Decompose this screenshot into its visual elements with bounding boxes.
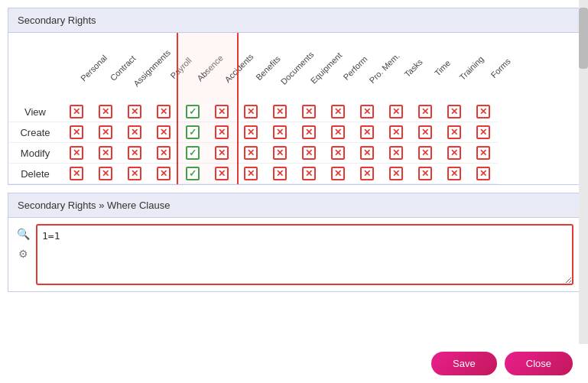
x-icon[interactable]: ✕: [476, 125, 490, 139]
x-icon[interactable]: ✕: [418, 125, 432, 139]
cell-delete-col-11[interactable]: ✕: [382, 164, 411, 184]
cell-view-col-7[interactable]: ✕: [265, 102, 294, 122]
x-icon[interactable]: ✕: [128, 125, 141, 139]
cell-modify-col-9[interactable]: ✕: [323, 143, 352, 164]
x-icon[interactable]: ✕: [418, 105, 432, 118]
gear-icon[interactable]: ⚙: [15, 245, 31, 262]
x-icon[interactable]: ✕: [70, 125, 83, 139]
x-icon[interactable]: ✕: [360, 146, 374, 160]
x-icon[interactable]: ✕: [331, 167, 345, 180]
cell-view-col-5[interactable]: ✕: [207, 102, 236, 122]
x-icon[interactable]: ✕: [331, 125, 345, 139]
cell-view-col-12[interactable]: ✕: [411, 102, 440, 122]
cell-delete-col-14[interactable]: ✕: [469, 164, 498, 184]
x-icon[interactable]: ✕: [476, 167, 490, 180]
where-clause-input[interactable]: [36, 224, 573, 285]
x-icon[interactable]: ✕: [244, 146, 258, 160]
x-icon[interactable]: ✕: [302, 167, 316, 180]
save-button[interactable]: Save: [431, 352, 497, 375]
cell-create-col-12[interactable]: ✕: [411, 122, 440, 143]
cell-modify-col-11[interactable]: ✕: [382, 143, 411, 164]
cell-view-col-4[interactable]: ✓: [178, 102, 207, 122]
cell-view-col-3[interactable]: ✕: [149, 102, 178, 122]
x-icon[interactable]: ✕: [302, 146, 316, 160]
cell-modify-col-4[interactable]: ✓: [178, 143, 207, 164]
cell-delete-col-1[interactable]: ✕: [91, 164, 120, 184]
cell-delete-col-6[interactable]: ✕: [236, 164, 265, 184]
cell-delete-col-13[interactable]: ✕: [440, 164, 469, 184]
x-icon[interactable]: ✕: [215, 125, 229, 139]
cell-create-col-0[interactable]: ✕: [62, 122, 91, 143]
cell-create-col-7[interactable]: ✕: [265, 122, 294, 143]
x-icon[interactable]: ✕: [302, 105, 316, 118]
cell-create-col-6[interactable]: ✕: [236, 122, 265, 143]
cell-delete-col-7[interactable]: ✕: [265, 164, 294, 184]
x-icon[interactable]: ✕: [215, 105, 229, 118]
cell-delete-col-0[interactable]: ✕: [62, 164, 91, 184]
cell-modify-col-8[interactable]: ✕: [294, 143, 323, 164]
x-icon[interactable]: ✕: [128, 105, 141, 118]
cell-view-col-2[interactable]: ✕: [120, 102, 149, 122]
x-icon[interactable]: ✕: [389, 105, 403, 118]
cell-delete-col-3[interactable]: ✕: [149, 164, 178, 184]
cell-modify-col-2[interactable]: ✕: [120, 143, 149, 164]
cell-create-col-4[interactable]: ✓: [178, 122, 207, 143]
search-icon[interactable]: 🔍: [15, 226, 31, 242]
cell-create-col-2[interactable]: ✕: [120, 122, 149, 143]
cell-modify-col-0[interactable]: ✕: [62, 143, 91, 164]
x-icon[interactable]: ✕: [476, 105, 490, 118]
cell-modify-col-1[interactable]: ✕: [91, 143, 120, 164]
x-icon[interactable]: ✕: [360, 167, 374, 180]
x-icon[interactable]: ✕: [447, 167, 461, 180]
x-icon[interactable]: ✕: [476, 146, 490, 160]
cell-delete-col-12[interactable]: ✕: [411, 164, 440, 184]
x-icon[interactable]: ✕: [273, 105, 287, 118]
x-icon[interactable]: ✕: [215, 167, 229, 180]
cell-view-col-9[interactable]: ✕: [323, 102, 352, 122]
cell-create-col-1[interactable]: ✕: [91, 122, 120, 143]
x-icon[interactable]: ✕: [99, 125, 112, 139]
x-icon[interactable]: ✕: [273, 167, 287, 180]
cell-modify-col-14[interactable]: ✕: [469, 143, 498, 164]
x-icon[interactable]: ✕: [244, 167, 258, 180]
cell-delete-col-8[interactable]: ✕: [294, 164, 323, 184]
x-icon[interactable]: ✕: [360, 105, 374, 118]
cell-modify-col-12[interactable]: ✕: [411, 143, 440, 164]
cell-modify-col-3[interactable]: ✕: [149, 143, 178, 164]
x-icon[interactable]: ✕: [389, 146, 403, 160]
cell-view-col-0[interactable]: ✕: [62, 102, 91, 122]
check-icon[interactable]: ✓: [186, 146, 200, 160]
x-icon[interactable]: ✕: [244, 125, 258, 139]
cell-delete-col-4[interactable]: ✓: [178, 164, 207, 184]
x-icon[interactable]: ✕: [418, 146, 432, 160]
cell-delete-col-5[interactable]: ✕: [207, 164, 236, 184]
x-icon[interactable]: ✕: [273, 146, 287, 160]
cell-create-col-3[interactable]: ✕: [149, 122, 178, 143]
cell-modify-col-6[interactable]: ✕: [236, 143, 265, 164]
x-icon[interactable]: ✕: [389, 125, 403, 139]
cell-create-col-11[interactable]: ✕: [382, 122, 411, 143]
x-icon[interactable]: ✕: [70, 167, 83, 180]
check-icon[interactable]: ✓: [186, 167, 200, 180]
x-icon[interactable]: ✕: [99, 105, 112, 118]
x-icon[interactable]: ✕: [389, 167, 403, 180]
x-icon[interactable]: ✕: [360, 125, 374, 139]
cell-delete-col-9[interactable]: ✕: [323, 164, 352, 184]
x-icon[interactable]: ✕: [273, 125, 287, 139]
x-icon[interactable]: ✕: [418, 167, 432, 180]
x-icon[interactable]: ✕: [447, 146, 461, 160]
x-icon[interactable]: ✕: [447, 105, 461, 118]
x-icon[interactable]: ✕: [128, 146, 141, 160]
cell-view-col-8[interactable]: ✕: [294, 102, 323, 122]
x-icon[interactable]: ✕: [70, 105, 83, 118]
cell-delete-col-2[interactable]: ✕: [120, 164, 149, 184]
x-icon[interactable]: ✕: [244, 105, 258, 118]
x-icon[interactable]: ✕: [99, 167, 112, 180]
cell-view-col-13[interactable]: ✕: [440, 102, 469, 122]
cell-create-col-14[interactable]: ✕: [469, 122, 498, 143]
cell-view-col-6[interactable]: ✕: [236, 102, 265, 122]
x-icon[interactable]: ✕: [157, 167, 171, 180]
x-icon[interactable]: ✕: [157, 146, 171, 160]
cell-create-col-13[interactable]: ✕: [440, 122, 469, 143]
x-icon[interactable]: ✕: [215, 146, 229, 160]
